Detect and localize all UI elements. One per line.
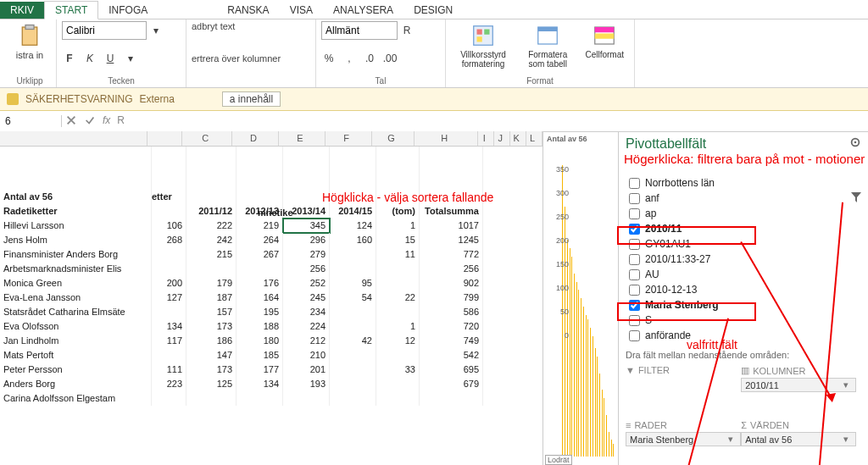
tab-start[interactable]: START — [44, 1, 98, 19]
conditional-format-button[interactable]: Villkorsstyrd formatering — [451, 21, 515, 70]
merge-button[interactable]: ertrera över kolumner — [192, 53, 310, 64]
number-format-select[interactable] — [321, 21, 398, 40]
tab-infoga[interactable]: INFOGA — [98, 2, 158, 19]
fx-icon[interactable]: fx — [103, 114, 110, 129]
font-name-input[interactable] — [62, 21, 147, 40]
group-clipboard: Urklipp — [8, 76, 51, 86]
worksheet[interactable]: CDEFGHIJKL Högklicka - välja sortera fal… — [0, 131, 542, 132]
pivot-chart: Antal av 56 350300250200150100500 Lodrät — [542, 131, 618, 132]
pivot-field-pane: Pivottabellfält Högerklicka: filtrera ba… — [618, 131, 868, 132]
format-table-button[interactable]: Formatera som tabell — [519, 21, 576, 70]
svg-rect-5 — [476, 36, 481, 42]
italic-button[interactable]: K — [82, 51, 97, 66]
underline-button[interactable]: U — [103, 51, 118, 66]
warn-text: Externa — [139, 93, 174, 105]
comma-button[interactable]: , — [342, 51, 357, 66]
font-more[interactable]: ▾ — [123, 51, 138, 66]
warn-label: SÄKERHETSVARNING — [25, 93, 132, 105]
percent-button[interactable]: % — [321, 51, 337, 66]
enable-content-button[interactable]: a innehåll — [222, 91, 281, 107]
tab-analysera[interactable]: ANALYSERA — [323, 2, 403, 19]
group-font: Tecken — [62, 76, 181, 86]
svg-rect-10 — [595, 34, 615, 39]
svg-rect-7 — [538, 27, 558, 31]
paste-label: istra in — [16, 50, 43, 60]
svg-rect-1 — [25, 25, 34, 30]
group-format: Format — [451, 76, 629, 86]
confirm-icon[interactable] — [84, 114, 96, 129]
svg-rect-0 — [22, 27, 37, 45]
wrap-text-button[interactable]: adbryt text — [192, 21, 310, 31]
cancel-icon[interactable] — [65, 114, 77, 129]
tab-visa[interactable]: VISA — [280, 2, 323, 19]
font-size-dropdown[interactable]: ▾ — [148, 23, 164, 38]
security-warning-bar: SÄKERHETSVARNING Externa a innehåll — [0, 88, 868, 111]
search-icon[interactable]: R — [399, 23, 415, 38]
tab-file[interactable]: RKIV — [0, 2, 44, 19]
formula-input[interactable]: R — [117, 114, 125, 129]
dec-dec[interactable]: .00 — [382, 51, 398, 66]
svg-rect-4 — [484, 30, 489, 35]
paste-button[interactable]: istra in — [8, 21, 51, 62]
bold-button[interactable]: F — [62, 51, 77, 66]
cell-styles-button[interactable]: Cellformat — [580, 21, 629, 70]
svg-rect-2 — [474, 26, 493, 46]
dec-inc[interactable]: .0 — [362, 51, 377, 66]
tab-granska[interactable]: RANSKA — [217, 2, 279, 19]
shield-icon — [7, 93, 19, 105]
tab-design[interactable]: DESIGN — [403, 2, 463, 19]
name-box[interactable]: 6 — [0, 115, 62, 127]
svg-rect-9 — [595, 27, 615, 32]
svg-rect-3 — [476, 30, 481, 35]
group-number: Tal — [321, 76, 440, 86]
